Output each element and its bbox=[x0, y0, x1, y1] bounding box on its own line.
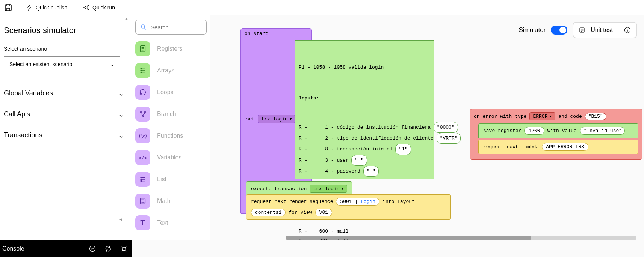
input-value-pill[interactable]: " " bbox=[351, 155, 367, 166]
main-area: ▲ Scenarios simulator Select an scenario… bbox=[0, 15, 644, 240]
input-row: R - 8 - transacción inicial "1" bbox=[299, 144, 430, 155]
svg-point-15 bbox=[90, 246, 95, 251]
view-pill[interactable]: V01 bbox=[315, 209, 332, 216]
trx-title: P1 - 1058 - 1058 valida login bbox=[299, 63, 430, 72]
scenario-select[interactable]: Select an existent scenario ⌄ bbox=[4, 56, 120, 72]
chevron-down-icon: ⌄ bbox=[118, 89, 124, 98]
palette-item-list[interactable]: List bbox=[135, 172, 207, 187]
canvas-controls: Simulator Unit test bbox=[519, 22, 638, 38]
search-input[interactable] bbox=[151, 24, 202, 30]
palette-item-functions[interactable]: f(x) Functions bbox=[135, 128, 207, 143]
svg-point-9 bbox=[141, 177, 142, 178]
error-type-dropdown[interactable]: ERROR▾ bbox=[529, 112, 555, 120]
scenario-select-placeholder: Select an existent scenario bbox=[9, 61, 72, 67]
block-save-register[interactable]: save register 1200 with value "Invalid u… bbox=[478, 123, 638, 138]
list-icon bbox=[135, 172, 150, 187]
simulator-label: Simulator bbox=[519, 26, 546, 34]
input-row: R - 4 - password " " bbox=[299, 166, 430, 177]
input-value-pill[interactable]: "VRTR" bbox=[437, 133, 461, 144]
svg-point-11 bbox=[141, 180, 142, 182]
svg-rect-0 bbox=[5, 5, 11, 11]
scenarios-sidebar: ▲ Scenarios simulator Select an scenario… bbox=[0, 15, 132, 240]
unit-test-button[interactable]: Unit test bbox=[573, 22, 637, 38]
workspace-canvas[interactable]: Simulator Unit test on start set trx_log… bbox=[210, 15, 644, 240]
quick-run-label: Quick run bbox=[92, 5, 115, 11]
output-row: R - 600 - mail bbox=[299, 227, 430, 236]
collapse-handle-icon[interactable]: ▲ bbox=[125, 17, 128, 21]
info-icon[interactable] bbox=[624, 26, 631, 34]
palette-item-text[interactable]: T Text bbox=[135, 215, 207, 230]
arrays-icon bbox=[135, 63, 150, 78]
trx-login-dropdown[interactable]: trx_login▾ bbox=[258, 115, 295, 123]
collapse-handle-icon[interactable]: ◀ bbox=[119, 217, 122, 221]
exec-var-dropdown[interactable]: trx_login▾ bbox=[310, 185, 347, 193]
palette-item-arrays[interactable]: Arrays bbox=[135, 63, 207, 78]
block-execute-transaction[interactable]: execute transaction trx_login▾ bbox=[246, 181, 352, 196]
canvas-horizontal-scrollbar[interactable] bbox=[286, 236, 636, 240]
simulator-toggle[interactable] bbox=[551, 26, 567, 35]
block-request-lambda[interactable]: request next lambda APP_ERROR_TRX bbox=[478, 140, 638, 154]
block-transaction-definition[interactable]: P1 - 1058 - 1058 valida login Inputs: R … bbox=[295, 40, 434, 179]
block-request-render[interactable]: request next render sequence S001 | Logi… bbox=[246, 194, 451, 220]
svg-point-3 bbox=[141, 68, 142, 69]
on-start-label: on start bbox=[241, 29, 311, 39]
quick-publish-button[interactable]: Quick publish bbox=[24, 3, 70, 12]
input-row: R - 3 - user " " bbox=[299, 155, 430, 166]
block-palette: ▲ Registers Arrays Loops Branch f(x) Fun… bbox=[132, 15, 210, 240]
input-row: R - 2 - tipo de identificación de client… bbox=[299, 133, 430, 144]
accordion-global-variables[interactable]: Global Variables ⌄ bbox=[4, 83, 128, 104]
error-code-pill[interactable]: "B15" bbox=[585, 113, 606, 120]
svg-point-5 bbox=[141, 72, 142, 73]
registers-icon bbox=[135, 41, 150, 56]
palette-item-branch[interactable]: Branch bbox=[135, 107, 207, 122]
input-value-pill[interactable]: " " bbox=[363, 166, 379, 177]
play-icon[interactable] bbox=[89, 245, 96, 252]
separator bbox=[18, 3, 18, 12]
sequence-pill[interactable]: S001 | Login bbox=[336, 198, 379, 206]
save-icon[interactable] bbox=[4, 3, 13, 12]
input-row: R - 1 - código de institución financiera… bbox=[299, 122, 430, 133]
bug-icon[interactable] bbox=[120, 245, 128, 252]
palette-item-loops[interactable]: Loops bbox=[135, 85, 207, 100]
functions-icon: f(x) bbox=[135, 128, 150, 143]
variables-icon: </> bbox=[135, 150, 150, 165]
chevron-down-icon: ⌄ bbox=[118, 110, 124, 119]
chevron-down-icon: ⌄ bbox=[118, 131, 124, 140]
quick-publish-label: Quick publish bbox=[36, 5, 67, 11]
layout-pill[interactable]: contents1 bbox=[251, 209, 286, 216]
accordion-transactions[interactable]: Transactions ⌄ bbox=[4, 125, 128, 146]
scenario-select-label: Select an scenario bbox=[4, 46, 128, 52]
palette-item-registers[interactable]: Registers bbox=[135, 41, 207, 56]
math-icon bbox=[135, 194, 150, 209]
text-icon: T bbox=[135, 215, 150, 230]
chevron-down-icon: ⌄ bbox=[110, 61, 115, 67]
svg-point-10 bbox=[141, 179, 142, 180]
page-title: Scenarios simulator bbox=[4, 26, 128, 35]
separator bbox=[75, 3, 75, 12]
refresh-icon[interactable] bbox=[104, 245, 112, 252]
palette-search[interactable] bbox=[135, 20, 207, 35]
input-value-pill[interactable]: "1" bbox=[395, 144, 411, 155]
console-label: Console bbox=[2, 245, 24, 252]
palette-item-variables[interactable]: </> Variables bbox=[135, 150, 207, 165]
svg-point-1 bbox=[141, 25, 145, 28]
topbar: Quick publish Quick run bbox=[0, 0, 644, 15]
loops-icon bbox=[135, 85, 150, 100]
block-on-error[interactable]: on error with type ERROR▾ and code "B15"… bbox=[470, 109, 642, 160]
quick-run-button[interactable]: Quick run bbox=[80, 3, 117, 12]
console-bar[interactable]: Console bbox=[0, 240, 132, 257]
svg-rect-12 bbox=[141, 198, 145, 204]
branch-icon bbox=[135, 107, 150, 122]
input-value-pill[interactable]: "0000" bbox=[434, 122, 458, 133]
svg-point-4 bbox=[141, 70, 142, 71]
palette-item-math[interactable]: Math bbox=[135, 194, 207, 209]
accordion-call-apis[interactable]: Call Apis ⌄ bbox=[4, 104, 128, 125]
